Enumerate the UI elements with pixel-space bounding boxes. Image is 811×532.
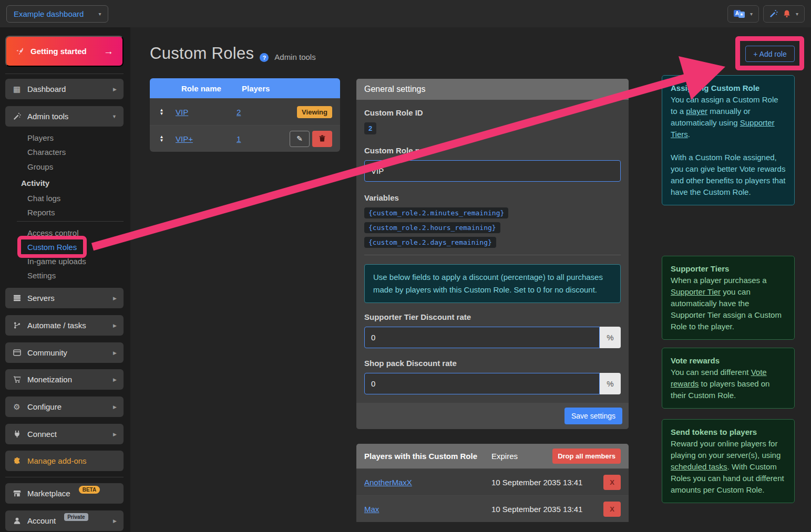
sidebar-item-monetization[interactable]: Monetization ▶ (5, 369, 124, 390)
sidebar-item-dashboard[interactable]: ▦ Dashboard ▶ (5, 79, 124, 99)
remove-player-button[interactable]: X (603, 502, 621, 517)
sidebar-item-account[interactable]: Account Private ▶ (5, 510, 124, 531)
row-actions: ✎ (290, 131, 332, 147)
sidebar-item-in-game-uploads[interactable]: In-game uploads (27, 254, 86, 268)
sidebar-item-groups[interactable]: Groups (27, 160, 53, 174)
sidebar-item-manage-add-ons[interactable]: Manage add-ons (5, 451, 124, 471)
expires-value: 10 September 2035 13:41 (491, 478, 603, 487)
custom-role-name-label: Custom Role name (364, 146, 621, 155)
drop-all-members-button[interactable]: Drop all members (552, 448, 621, 464)
sidebar-divider (5, 477, 124, 477)
gear-icon: ⚙ (12, 402, 22, 412)
sidebar-item-label: Monetization (27, 375, 72, 384)
sidebar-item-community[interactable]: Community ▶ (5, 342, 124, 363)
table-row: AnotherMaxX 10 September 2035 13:41 X (356, 468, 629, 495)
role-name-link[interactable]: VIP+ (176, 134, 237, 143)
sidebar-item-settings[interactable]: Settings (27, 268, 56, 283)
sidebar-item-label: Automate / tasks (27, 321, 86, 330)
variable-chip: {custom_role.2.hours_remaining} (364, 222, 500, 233)
grid-icon: ▦ (12, 85, 22, 94)
variable-chip: {custom_role.2.minutes_remaining} (364, 207, 508, 218)
sidebar-item-marketplace[interactable]: Marketplace BETA (5, 483, 124, 504)
sidebar-sub-divider (17, 221, 124, 222)
chevron-right-icon: ▶ (113, 432, 117, 437)
supporter-tier-link[interactable]: Supporter Tier (671, 287, 721, 296)
sidebar-item-admin-tools[interactable]: Admin tools ▼ (5, 106, 124, 127)
user-icon (12, 517, 22, 525)
sidebar-item-custom-roles[interactable]: Custom Roles (27, 240, 77, 254)
card-title: Send tokens to players (671, 427, 757, 436)
variable-chip: {custom_role.2.days_remaining} (364, 237, 496, 248)
server-icon (12, 294, 22, 302)
sidebar: Getting started → ▦ Dashboard ▶ Admin to… (0, 27, 130, 532)
chevron-right-icon: ▶ (113, 350, 117, 356)
scheduled-tasks-link[interactable]: scheduled tasks (671, 462, 727, 471)
divider (364, 255, 621, 255)
edit-role-button[interactable]: ✎ (290, 131, 310, 147)
sidebar-item-label: Account (27, 516, 56, 525)
role-players-link[interactable]: 2 (237, 108, 297, 117)
percent-suffix: % (600, 373, 621, 394)
panel-header: General settings (356, 79, 629, 100)
plug-icon (12, 430, 22, 438)
sidebar-item-label: Admin tools (27, 112, 68, 121)
supporter-tier-discount-input[interactable] (364, 327, 600, 348)
custom-role-name-input[interactable] (364, 160, 621, 182)
page-header: Custom Roles ? Admin tools (150, 44, 316, 63)
add-role-button[interactable]: + Add role (745, 46, 795, 62)
card-text: Reward your online players for playing o… (671, 439, 781, 460)
caret-down-icon: ▾ (98, 11, 101, 17)
project-selector-label: Example dashboard (14, 9, 84, 18)
delete-role-button[interactable] (312, 131, 332, 147)
card-text: With a Custom Role assigned, you can giv… (671, 152, 786, 198)
sidebar-item-characters[interactable]: Characters (27, 145, 66, 159)
card-text: You can send different (671, 368, 751, 377)
player-link[interactable]: player (686, 107, 707, 116)
sidebar-item-servers[interactable]: Servers ▶ (5, 288, 124, 308)
help-question-icon[interactable]: ? (260, 53, 269, 62)
players-panel-title: Players with this Custom Role (364, 452, 491, 461)
expires-value: 10 September 2035 13:41 (491, 505, 603, 514)
sidebar-item-reports[interactable]: Reports (27, 205, 55, 220)
shop-pack-discount-label: Shop pack Discount rate (364, 359, 621, 368)
project-selector[interactable]: Example dashboard ▾ (6, 5, 108, 23)
sort-handle-icon[interactable]: ▲▼ (158, 108, 166, 116)
card-text: When a player purchases a (671, 276, 767, 285)
notifications-button[interactable]: ▾ (763, 5, 805, 23)
sidebar-item-players[interactable]: Players (27, 131, 54, 145)
roles-table-header: Role name Players (150, 78, 340, 98)
custom-role-id-label: Custom Role ID (364, 108, 621, 117)
panel-body: Custom Role ID 2 Custom Role name Variab… (356, 100, 629, 403)
sidebar-item-chat-logs[interactable]: Chat logs (27, 191, 60, 205)
role-players-link[interactable]: 1 (237, 134, 290, 143)
language-selector-button[interactable]: A ★ ▾ (727, 5, 759, 23)
percent-suffix: % (600, 327, 621, 348)
bell-icon (783, 9, 791, 18)
chevron-right-icon: ▶ (113, 518, 117, 524)
sort-handle-icon[interactable]: ▲▼ (158, 135, 166, 142)
branch-icon (12, 321, 22, 329)
sidebar-section-activity: Activity (21, 176, 49, 190)
roles-table: Role name Players ▲▼ VIP 2 Viewing ▲▼ VI… (150, 78, 340, 152)
player-name-link[interactable]: Max (364, 505, 491, 514)
wand-icon (12, 112, 22, 120)
general-settings-panel: General settings Custom Role ID 2 Custom… (356, 79, 629, 429)
remove-player-button[interactable]: X (603, 475, 621, 490)
sidebar-item-automate-tasks[interactable]: Automate / tasks ▶ (5, 315, 124, 336)
sidebar-item-label: Connect (27, 430, 57, 439)
save-settings-button[interactable]: Save settings (564, 408, 622, 424)
table-row: Max 10 September 2035 13:41 X (356, 495, 629, 522)
trash-icon (319, 135, 326, 142)
getting-started-button[interactable]: Getting started → (5, 36, 124, 67)
sidebar-item-configure[interactable]: ⚙ Configure ▶ (5, 397, 124, 417)
rocket-icon (15, 47, 24, 56)
sidebar-item-connect[interactable]: Connect ▶ (5, 424, 124, 444)
sidebar-item-access-control[interactable]: Access control (27, 226, 79, 240)
shop-pack-discount-input[interactable] (364, 373, 600, 394)
player-name-link[interactable]: AnotherMaxX (364, 478, 491, 487)
role-name-link[interactable]: VIP (176, 108, 237, 117)
card-title: Vote rewards (671, 356, 720, 365)
wand-icon (769, 9, 778, 18)
card-title: Assigning Custom Role (671, 84, 759, 92)
beta-badge: BETA (79, 486, 100, 494)
